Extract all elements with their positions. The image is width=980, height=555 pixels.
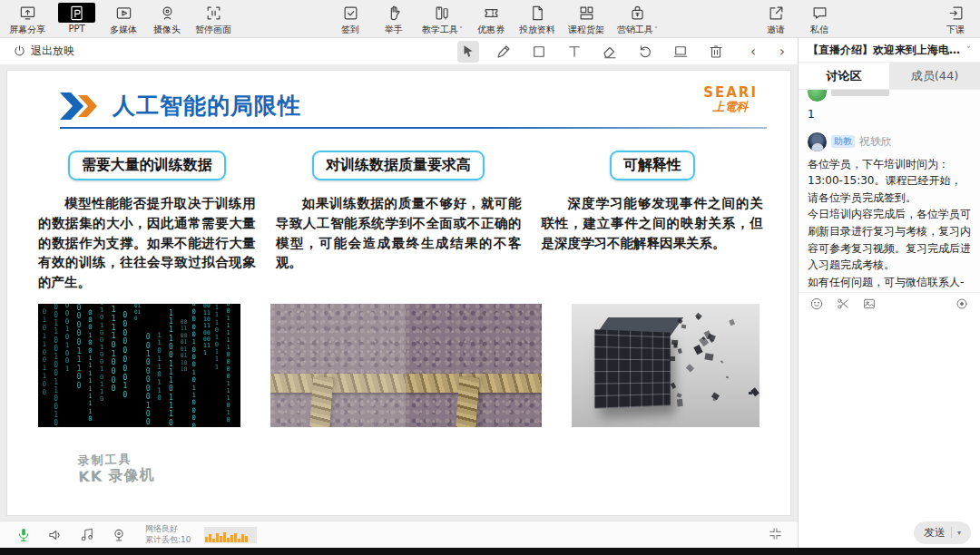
presentation-column: 退出放映 ‹ › bbox=[0, 38, 799, 548]
screenshot-scissors-button[interactable] bbox=[836, 297, 850, 311]
emoji-button[interactable] bbox=[809, 297, 824, 311]
slide-stage: 人工智能的局限性 SEARI 上電科 需要大量的训练数据 对训练数据质量要求高 … bbox=[0, 65, 798, 521]
camera-icon bbox=[159, 3, 176, 23]
window-bottom-strip bbox=[0, 548, 980, 555]
top-toolbar: 屏幕分享 PPT 多媒体 摄像头 暂停画面 签到 举手 教学工具˅ bbox=[0, 0, 980, 38]
chat-settings-button[interactable] bbox=[955, 297, 969, 311]
speaker-button[interactable] bbox=[46, 526, 64, 544]
double-chevron-icon bbox=[60, 92, 102, 120]
chat-panel: 【直播介绍】欢迎来到上海电器... ˅ 讨论区 成员(44) 1 bbox=[799, 38, 980, 548]
prev-slide-button[interactable]: ‹ bbox=[750, 44, 756, 60]
music-button[interactable] bbox=[78, 526, 96, 544]
toolbar-camera[interactable]: 摄像头 bbox=[152, 3, 182, 36]
toolbar-invite[interactable]: 邀请 bbox=[760, 3, 791, 36]
rope-comparison-image bbox=[270, 304, 541, 427]
cursor-tool-button[interactable] bbox=[457, 41, 479, 63]
assistant-badge: 助教 bbox=[831, 135, 855, 148]
toolbar-label: 教学工具˅ bbox=[422, 24, 463, 36]
course-shelf-icon bbox=[578, 3, 595, 23]
text-tool-button[interactable] bbox=[564, 41, 585, 63]
chat-message-list[interactable]: 1 助教 祝轶欣 各位学员，下午培训时间为：13:00-15:30。课程已经开始… bbox=[799, 90, 980, 292]
collapse-fullscreen-button[interactable] bbox=[768, 526, 783, 545]
tab-members[interactable]: 成员(44) bbox=[889, 63, 980, 89]
coupon-icon bbox=[483, 3, 500, 23]
toolbar-screen-share[interactable]: 屏幕分享 bbox=[9, 3, 45, 36]
send-button[interactable]: 发送 ▾ bbox=[914, 521, 971, 544]
screen-share-icon bbox=[19, 3, 36, 23]
sender-name: 祝轶欣 bbox=[859, 134, 892, 150]
end-class-icon bbox=[947, 3, 965, 23]
annotation-toolbar bbox=[457, 41, 727, 63]
redacted-name bbox=[831, 90, 889, 96]
toolbar-multimedia[interactable]: 多媒体 bbox=[108, 3, 139, 36]
toolbar-label: 签到 bbox=[341, 24, 359, 36]
marketing-tools-icon bbox=[629, 3, 646, 23]
toolbar-pause-screen[interactable]: 暂停画面 bbox=[195, 3, 231, 36]
chevron-down-icon: ˅ bbox=[654, 26, 658, 34]
tab-discussion[interactable]: 讨论区 bbox=[799, 63, 889, 89]
send-options-caret-icon[interactable]: ▾ bbox=[957, 529, 961, 537]
microphone-button[interactable] bbox=[15, 526, 33, 544]
live-classroom-app: 屏幕分享 PPT 多媒体 摄像头 暂停画面 签到 举手 教学工具˅ bbox=[0, 0, 980, 555]
heading-box-1: 需要大量的训练数据 bbox=[68, 151, 226, 180]
slide-header: 人工智能的局限性 SEARI 上電科 bbox=[7, 71, 790, 121]
exit-projection-icon bbox=[13, 44, 26, 58]
toolbar-raise-hand[interactable]: 举手 bbox=[378, 3, 409, 36]
send-label: 发送 bbox=[924, 525, 946, 540]
chat-tabs: 讨论区 成员(44) bbox=[799, 63, 980, 90]
webcam-button[interactable] bbox=[110, 526, 128, 544]
ppt-slide: 人工智能的局限性 SEARI 上電科 需要大量的训练数据 对训练数据质量要求高 … bbox=[7, 71, 790, 515]
chat-toolbar bbox=[799, 292, 980, 316]
chat-message: 1 bbox=[808, 90, 971, 123]
pause-screen-icon bbox=[205, 3, 222, 23]
toolbar-label: 私信 bbox=[810, 24, 828, 36]
toolbar-ppt[interactable]: PPT bbox=[58, 3, 95, 34]
toolbar-end-class[interactable]: 下课 bbox=[940, 3, 971, 36]
clear-annotations-button[interactable] bbox=[705, 41, 727, 63]
live-intro-title: 【直播介绍】欢迎来到上海电器... bbox=[808, 43, 962, 58]
materials-icon bbox=[529, 3, 546, 23]
toolbar-materials[interactable]: 投放资料 bbox=[519, 3, 555, 36]
avatar bbox=[808, 90, 827, 102]
chat-input[interactable] bbox=[799, 316, 980, 518]
eraser-tool-button[interactable] bbox=[599, 41, 621, 63]
slide-title: 人工智能的局限性 bbox=[113, 91, 301, 121]
laser-board-button[interactable] bbox=[670, 41, 691, 63]
next-slide-button[interactable]: › bbox=[779, 44, 785, 60]
chat-header: 【直播介绍】欢迎来到上海电器... ˅ bbox=[799, 38, 980, 63]
image-button[interactable] bbox=[862, 297, 877, 311]
ppt-icon bbox=[58, 3, 95, 23]
packet-loss-label: 累计丢包:10 bbox=[145, 535, 191, 545]
toolbar-course-shelf[interactable]: 课程货架 bbox=[568, 3, 604, 36]
toolbar-label: PPT bbox=[68, 24, 84, 34]
toolbar-checkin[interactable]: 签到 bbox=[335, 3, 366, 36]
slide-heading-row: 需要大量的训练数据 对训练数据质量要求高 可解释性 bbox=[7, 129, 790, 180]
checkin-icon bbox=[342, 3, 359, 23]
chat-message: 助教 祝轶欣 各位学员，下午培训时间为：13:00-15:30。课程已经开始，请… bbox=[808, 132, 971, 292]
network-status: 网络良好 累计丢包:10 bbox=[145, 524, 191, 545]
seari-logo: SEARI 上電科 bbox=[703, 85, 758, 113]
slide-sub-toolbar: 退出放映 ‹ › bbox=[0, 38, 798, 65]
shape-tool-button[interactable] bbox=[528, 41, 550, 63]
body-paragraph-3: 深度学习能够发现事件之间的关联性，建立事件之间的映射关系，但是深度学习不能解释因… bbox=[542, 194, 763, 293]
pen-tool-button[interactable] bbox=[493, 41, 514, 63]
toolbar-label: 优惠券 bbox=[477, 24, 505, 36]
undo-button[interactable] bbox=[634, 41, 656, 63]
toolbar-label: 投放资料 bbox=[519, 24, 555, 36]
toolbar-private-message[interactable]: 私信 bbox=[804, 3, 835, 36]
toolbar-marketing-tools[interactable]: 营销工具˅ bbox=[617, 3, 658, 36]
media-play-icon bbox=[115, 3, 132, 23]
network-quality-label: 网络良好 bbox=[145, 524, 191, 534]
toolbar-label: 举手 bbox=[385, 24, 403, 36]
chat-send-row: 发送 ▾ bbox=[799, 517, 980, 548]
toolbar-teaching-tools[interactable]: 教学工具˅ bbox=[422, 3, 463, 36]
chevron-down-icon[interactable]: ˅ bbox=[966, 45, 971, 55]
exit-projection-button[interactable]: 退出放映 bbox=[13, 44, 74, 59]
network-meter bbox=[204, 527, 257, 543]
heading-box-2: 对训练数据质量要求高 bbox=[312, 151, 485, 180]
avatar bbox=[808, 132, 827, 151]
chevron-down-icon: ˅ bbox=[459, 26, 463, 34]
heading-box-3: 可解释性 bbox=[610, 151, 695, 180]
toolbar-label: 邀请 bbox=[767, 24, 785, 36]
toolbar-coupon[interactable]: 优惠券 bbox=[475, 3, 506, 36]
